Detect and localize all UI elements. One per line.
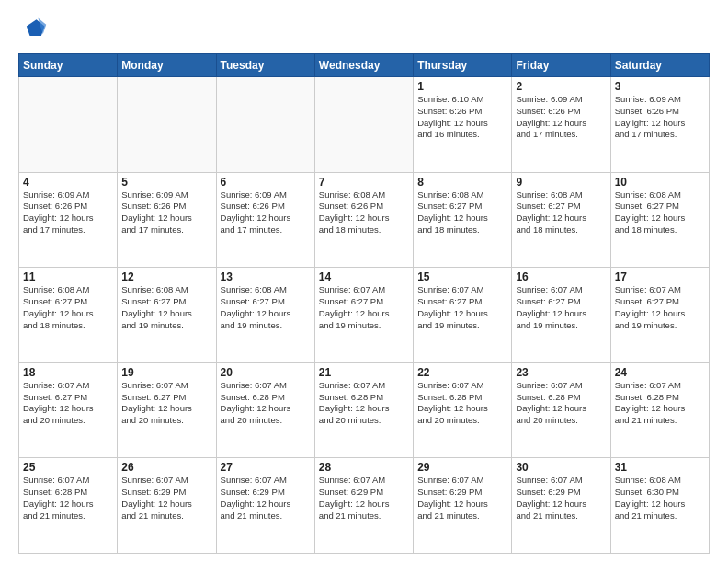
day-header-tuesday: Tuesday: [216, 54, 314, 77]
day-header-saturday: Saturday: [610, 54, 709, 77]
day-info: Sunrise: 6:09 AM Sunset: 6:26 PM Dayligh…: [516, 94, 606, 141]
calendar-week-1: 1Sunrise: 6:10 AM Sunset: 6:26 PM Daylig…: [19, 77, 710, 173]
logo: [18, 15, 51, 44]
day-number: 11: [23, 270, 113, 283]
calendar-cell: 8Sunrise: 6:08 AM Sunset: 6:27 PM Daylig…: [414, 172, 512, 268]
day-info: Sunrise: 6:08 AM Sunset: 6:27 PM Dayligh…: [221, 284, 311, 331]
day-number: 30: [516, 461, 606, 474]
day-number: 3: [615, 80, 705, 93]
calendar-cell: 17Sunrise: 6:07 AM Sunset: 6:27 PM Dayli…: [610, 268, 709, 363]
calendar-cell: [314, 77, 413, 173]
day-header-thursday: Thursday: [414, 54, 512, 77]
calendar-cell: 22Sunrise: 6:07 AM Sunset: 6:28 PM Dayli…: [414, 362, 512, 458]
day-number: 28: [319, 461, 409, 474]
day-header-wednesday: Wednesday: [314, 54, 413, 77]
day-info: Sunrise: 6:07 AM Sunset: 6:27 PM Dayligh…: [121, 380, 211, 427]
day-info: Sunrise: 6:07 AM Sunset: 6:29 PM Dayligh…: [319, 475, 409, 522]
calendar-cell: 19Sunrise: 6:07 AM Sunset: 6:27 PM Dayli…: [118, 362, 216, 458]
calendar-cell: 1Sunrise: 6:10 AM Sunset: 6:26 PM Daylig…: [414, 77, 512, 173]
day-info: Sunrise: 6:07 AM Sunset: 6:29 PM Dayligh…: [516, 475, 606, 522]
calendar-week-2: 4Sunrise: 6:09 AM Sunset: 6:26 PM Daylig…: [19, 172, 710, 268]
day-number: 17: [615, 270, 705, 283]
calendar-cell: 29Sunrise: 6:07 AM Sunset: 6:29 PM Dayli…: [414, 458, 512, 554]
day-header-friday: Friday: [512, 54, 610, 77]
day-info: Sunrise: 6:07 AM Sunset: 6:27 PM Dayligh…: [319, 284, 409, 331]
day-info: Sunrise: 6:08 AM Sunset: 6:26 PM Dayligh…: [319, 190, 409, 236]
day-number: 19: [121, 366, 211, 379]
calendar-cell: 9Sunrise: 6:08 AM Sunset: 6:27 PM Daylig…: [512, 172, 610, 268]
day-number: 24: [615, 366, 705, 379]
calendar-cell: 20Sunrise: 6:07 AM Sunset: 6:28 PM Dayli…: [216, 362, 314, 458]
calendar-cell: 13Sunrise: 6:08 AM Sunset: 6:27 PM Dayli…: [216, 268, 314, 363]
day-header-sunday: Sunday: [19, 54, 118, 77]
day-info: Sunrise: 6:07 AM Sunset: 6:28 PM Dayligh…: [319, 380, 409, 427]
calendar-body: 1Sunrise: 6:10 AM Sunset: 6:26 PM Daylig…: [19, 77, 710, 554]
calendar-cell: 12Sunrise: 6:08 AM Sunset: 6:27 PM Dayli…: [118, 268, 216, 363]
day-number: 5: [121, 176, 211, 189]
calendar-cell: 25Sunrise: 6:07 AM Sunset: 6:28 PM Dayli…: [19, 458, 118, 554]
calendar-cell: 18Sunrise: 6:07 AM Sunset: 6:27 PM Dayli…: [19, 362, 118, 458]
day-info: Sunrise: 6:08 AM Sunset: 6:27 PM Dayligh…: [615, 190, 705, 236]
day-info: Sunrise: 6:08 AM Sunset: 6:27 PM Dayligh…: [516, 190, 606, 236]
calendar-cell: [19, 77, 118, 173]
day-info: Sunrise: 6:07 AM Sunset: 6:27 PM Dayligh…: [417, 284, 507, 331]
day-number: 22: [417, 366, 507, 379]
day-number: 26: [121, 461, 211, 474]
day-info: Sunrise: 6:08 AM Sunset: 6:27 PM Dayligh…: [417, 190, 507, 236]
day-number: 23: [516, 366, 606, 379]
day-info: Sunrise: 6:07 AM Sunset: 6:29 PM Dayligh…: [221, 475, 311, 522]
header: [18, 15, 710, 44]
calendar-cell: [118, 77, 216, 173]
calendar-cell: 31Sunrise: 6:08 AM Sunset: 6:30 PM Dayli…: [610, 458, 709, 554]
day-header-monday: Monday: [118, 54, 216, 77]
day-info: Sunrise: 6:08 AM Sunset: 6:27 PM Dayligh…: [23, 284, 113, 331]
day-number: 21: [319, 366, 409, 379]
day-number: 13: [221, 270, 311, 283]
calendar-cell: 2Sunrise: 6:09 AM Sunset: 6:26 PM Daylig…: [512, 77, 610, 173]
calendar-cell: 26Sunrise: 6:07 AM Sunset: 6:29 PM Dayli…: [118, 458, 216, 554]
calendar-header-row: SundayMondayTuesdayWednesdayThursdayFrid…: [19, 54, 710, 77]
day-number: 16: [516, 270, 606, 283]
day-number: 9: [516, 176, 606, 189]
logo-icon: [18, 15, 48, 44]
day-info: Sunrise: 6:07 AM Sunset: 6:28 PM Dayligh…: [221, 380, 311, 427]
day-number: 10: [615, 176, 705, 189]
day-number: 29: [417, 461, 507, 474]
calendar-cell: 21Sunrise: 6:07 AM Sunset: 6:28 PM Dayli…: [314, 362, 413, 458]
day-info: Sunrise: 6:09 AM Sunset: 6:26 PM Dayligh…: [23, 190, 113, 236]
calendar-week-3: 11Sunrise: 6:08 AM Sunset: 6:27 PM Dayli…: [19, 268, 710, 363]
calendar-cell: 28Sunrise: 6:07 AM Sunset: 6:29 PM Dayli…: [314, 458, 413, 554]
day-number: 27: [221, 461, 311, 474]
calendar-table: SundayMondayTuesdayWednesdayThursdayFrid…: [18, 53, 710, 554]
calendar-cell: 10Sunrise: 6:08 AM Sunset: 6:27 PM Dayli…: [610, 172, 709, 268]
calendar-cell: 30Sunrise: 6:07 AM Sunset: 6:29 PM Dayli…: [512, 458, 610, 554]
day-info: Sunrise: 6:07 AM Sunset: 6:28 PM Dayligh…: [23, 475, 113, 522]
calendar-cell: 4Sunrise: 6:09 AM Sunset: 6:26 PM Daylig…: [19, 172, 118, 268]
day-number: 31: [615, 461, 705, 474]
day-info: Sunrise: 6:07 AM Sunset: 6:28 PM Dayligh…: [417, 380, 507, 427]
calendar-cell: 23Sunrise: 6:07 AM Sunset: 6:28 PM Dayli…: [512, 362, 610, 458]
day-number: 1: [417, 80, 507, 93]
day-info: Sunrise: 6:09 AM Sunset: 6:26 PM Dayligh…: [615, 94, 705, 141]
day-number: 8: [417, 176, 507, 189]
calendar-cell: 11Sunrise: 6:08 AM Sunset: 6:27 PM Dayli…: [19, 268, 118, 363]
day-info: Sunrise: 6:07 AM Sunset: 6:29 PM Dayligh…: [121, 475, 211, 522]
day-number: 20: [221, 366, 311, 379]
day-number: 25: [23, 461, 113, 474]
calendar-cell: 6Sunrise: 6:09 AM Sunset: 6:26 PM Daylig…: [216, 172, 314, 268]
day-number: 14: [319, 270, 409, 283]
calendar-week-5: 25Sunrise: 6:07 AM Sunset: 6:28 PM Dayli…: [19, 458, 710, 554]
day-info: Sunrise: 6:09 AM Sunset: 6:26 PM Dayligh…: [121, 190, 211, 236]
day-info: Sunrise: 6:07 AM Sunset: 6:29 PM Dayligh…: [417, 475, 507, 522]
day-info: Sunrise: 6:07 AM Sunset: 6:28 PM Dayligh…: [615, 380, 705, 427]
day-number: 15: [417, 270, 507, 283]
calendar-cell: 16Sunrise: 6:07 AM Sunset: 6:27 PM Dayli…: [512, 268, 610, 363]
day-info: Sunrise: 6:08 AM Sunset: 6:27 PM Dayligh…: [121, 284, 211, 331]
calendar-cell: 5Sunrise: 6:09 AM Sunset: 6:26 PM Daylig…: [118, 172, 216, 268]
calendar-cell: 7Sunrise: 6:08 AM Sunset: 6:26 PM Daylig…: [314, 172, 413, 268]
day-number: 6: [221, 176, 311, 189]
calendar-week-4: 18Sunrise: 6:07 AM Sunset: 6:27 PM Dayli…: [19, 362, 710, 458]
day-info: Sunrise: 6:07 AM Sunset: 6:28 PM Dayligh…: [516, 380, 606, 427]
day-info: Sunrise: 6:08 AM Sunset: 6:30 PM Dayligh…: [615, 475, 705, 522]
calendar-cell: 27Sunrise: 6:07 AM Sunset: 6:29 PM Dayli…: [216, 458, 314, 554]
